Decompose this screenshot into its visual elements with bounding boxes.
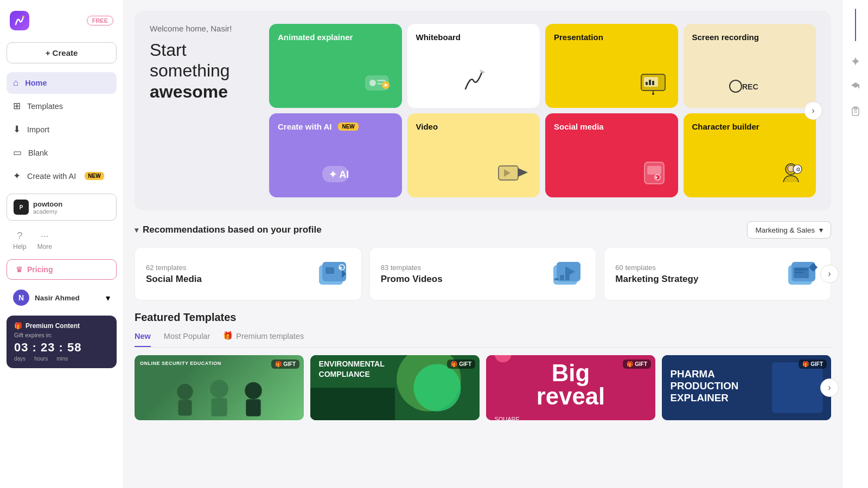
card-presentation-title: Presentation bbox=[554, 33, 669, 42]
svg-text:REC: REC bbox=[742, 82, 758, 91]
svg-rect-53 bbox=[246, 399, 260, 416]
rec-icon-promo bbox=[552, 259, 585, 289]
template-nav-arrow[interactable]: › bbox=[820, 378, 839, 397]
svg-point-50 bbox=[210, 380, 228, 398]
card-character-builder[interactable]: Character builder ⚙ bbox=[684, 113, 816, 197]
right-icon-star[interactable] bbox=[846, 52, 865, 70]
rec-icon-marketing bbox=[787, 259, 820, 289]
filter-chevron: ▾ bbox=[819, 226, 823, 234]
featured-title: Featured Templates bbox=[135, 311, 831, 324]
hero-section: Welcome home, Nasir! Start something awe… bbox=[135, 11, 831, 210]
svg-point-15 bbox=[730, 80, 742, 92]
svg-text:PHARMA: PHARMA bbox=[671, 368, 716, 380]
svg-text:reveal: reveal bbox=[537, 383, 605, 409]
help-item[interactable]: ? Help bbox=[13, 230, 27, 251]
rec-name-marketing: Marketing Strategy bbox=[615, 274, 698, 285]
svg-rect-71 bbox=[858, 85, 859, 88]
svg-point-14 bbox=[652, 93, 654, 95]
card-create-ai-title: Create with AI bbox=[278, 122, 331, 131]
rec-name-social: Social Media bbox=[146, 274, 202, 285]
tab-new[interactable]: New bbox=[135, 332, 151, 347]
card-whiteboard[interactable]: Whiteboard bbox=[407, 24, 540, 108]
animated-explainer-icon bbox=[361, 70, 393, 97]
card-screen-recording[interactable]: Screen recording REC bbox=[684, 24, 816, 108]
card-social-media[interactable]: Social media ♥ bbox=[545, 113, 678, 197]
nav-home[interactable]: ⌂ Home bbox=[7, 72, 117, 94]
featured-section: Featured Templates New Most Popular 🎁 Pr… bbox=[124, 300, 842, 431]
svg-marker-20 bbox=[518, 168, 528, 177]
premium-subtitle: Gift expires in: bbox=[14, 332, 109, 338]
svg-rect-41 bbox=[565, 272, 570, 280]
rec-card-social-media[interactable]: 62 templates Social Media ▶ bbox=[135, 247, 362, 300]
main-content: Welcome home, Nasir! Start something awe… bbox=[124, 0, 842, 488]
template-card-pharma[interactable]: PHARMA PRODUCTION EXPLAINER 🎁GIFT bbox=[662, 355, 831, 420]
svg-rect-69 bbox=[772, 362, 823, 413]
rec-chevron[interactable]: ▾ bbox=[135, 226, 138, 234]
gift-badge-3: 🎁GIFT bbox=[623, 359, 651, 369]
help-icon: ? bbox=[17, 230, 22, 242]
hero-nav-arrow[interactable]: › bbox=[804, 101, 822, 120]
card-create-ai[interactable]: Create with AI NEW ✦ AI bbox=[269, 113, 402, 197]
svg-rect-10 bbox=[646, 82, 648, 85]
card-screen-recording-title: Screen recording bbox=[692, 33, 808, 42]
template-cards-grid: ONLINE SECURITY EDUCATION 🎁GIFT bbox=[135, 355, 831, 420]
svg-rect-46 bbox=[795, 272, 803, 273]
academy-logo: P bbox=[14, 200, 29, 215]
nav-templates[interactable]: ⊞ Templates bbox=[7, 95, 117, 117]
right-panel-divider bbox=[855, 9, 856, 41]
right-icon-clipboard[interactable] bbox=[846, 102, 865, 120]
template-card-online-security[interactable]: ONLINE SECURITY EDUCATION 🎁GIFT bbox=[135, 355, 304, 420]
screen-recording-icon: REC bbox=[728, 75, 771, 97]
hero-cards-grid: Animated explainer Whiteboard bbox=[269, 24, 816, 197]
card-video[interactable]: Video bbox=[407, 113, 540, 197]
card-animated-explainer[interactable]: Animated explainer bbox=[269, 24, 402, 108]
blank-icon: ▭ bbox=[13, 147, 22, 158]
more-icon: ··· bbox=[41, 230, 49, 242]
pricing-button[interactable]: ♛ Pricing bbox=[7, 259, 117, 280]
svg-rect-51 bbox=[211, 398, 227, 416]
svg-point-52 bbox=[245, 382, 262, 400]
svg-rect-32 bbox=[326, 267, 334, 274]
svg-rect-49 bbox=[178, 400, 192, 415]
nav-create-ai[interactable]: ✦ Create with AI NEW bbox=[7, 165, 117, 187]
academy-box[interactable]: P powtoon academy bbox=[7, 194, 117, 221]
right-icon-graduation[interactable] bbox=[846, 77, 865, 95]
tab-most-popular[interactable]: Most Popular bbox=[164, 332, 210, 347]
ai-icon: ✦ bbox=[13, 170, 21, 182]
tab-premium-templates[interactable]: 🎁 Premium templates bbox=[223, 331, 304, 347]
user-chevron: ▾ bbox=[106, 293, 110, 303]
rec-nav-arrow[interactable]: › bbox=[820, 265, 839, 283]
more-item[interactable]: ··· More bbox=[37, 230, 52, 251]
rec-cards-grid: 62 templates Social Media ▶ bbox=[135, 247, 831, 300]
rec-name-promo: Promo Videos bbox=[381, 274, 443, 285]
svg-rect-23 bbox=[647, 166, 661, 175]
templates-icon: ⊞ bbox=[13, 100, 21, 112]
svg-rect-12 bbox=[652, 81, 654, 85]
recommendations-title: ▾ Recommendations based on your profile bbox=[135, 224, 322, 235]
create-button[interactable]: + Create bbox=[7, 42, 117, 63]
svg-rect-57 bbox=[310, 388, 395, 420]
svg-text:✦ AI: ✦ AI bbox=[329, 169, 349, 180]
template-card-big-reveal[interactable]: Big reveal SQUARE 🎁GIFT bbox=[486, 355, 655, 420]
ai-new-badge: NEW bbox=[338, 123, 358, 131]
card-social-media-title: Social media bbox=[554, 122, 669, 131]
svg-text:PRODUCTION: PRODUCTION bbox=[671, 380, 739, 391]
nav-import[interactable]: ⬇ Import bbox=[7, 118, 117, 140]
rec-card-marketing-strategy[interactable]: 60 templates Marketing Strategy bbox=[604, 247, 831, 300]
svg-text:Big: Big bbox=[552, 359, 590, 386]
filter-dropdown[interactable]: Marketing & Sales ▾ bbox=[747, 221, 831, 239]
svg-text:SQUARE: SQUARE bbox=[495, 416, 520, 420]
svg-point-56 bbox=[413, 364, 461, 411]
tc-deco-1 bbox=[135, 375, 304, 420]
welcome-text: Welcome home, Nasir! bbox=[150, 24, 258, 33]
hero-left: Welcome home, Nasir! Start something awe… bbox=[150, 24, 258, 102]
rec-icon-social: ▶ bbox=[318, 259, 350, 289]
svg-text:EXPLAINER: EXPLAINER bbox=[671, 392, 729, 403]
rec-card-promo-videos[interactable]: 83 templates Promo Videos bbox=[369, 247, 597, 300]
card-presentation[interactable]: Presentation bbox=[545, 24, 678, 108]
user-row[interactable]: N Nasir Ahmed ▾ bbox=[7, 284, 117, 311]
template-card-environmental[interactable]: ENVIRONMENTAL COMPLIANCE 🎁GIFT bbox=[310, 355, 480, 420]
premium-labels: days hours mins bbox=[14, 356, 109, 362]
nav-blank[interactable]: ▭ Blank bbox=[7, 142, 117, 164]
svg-rect-11 bbox=[649, 80, 651, 85]
